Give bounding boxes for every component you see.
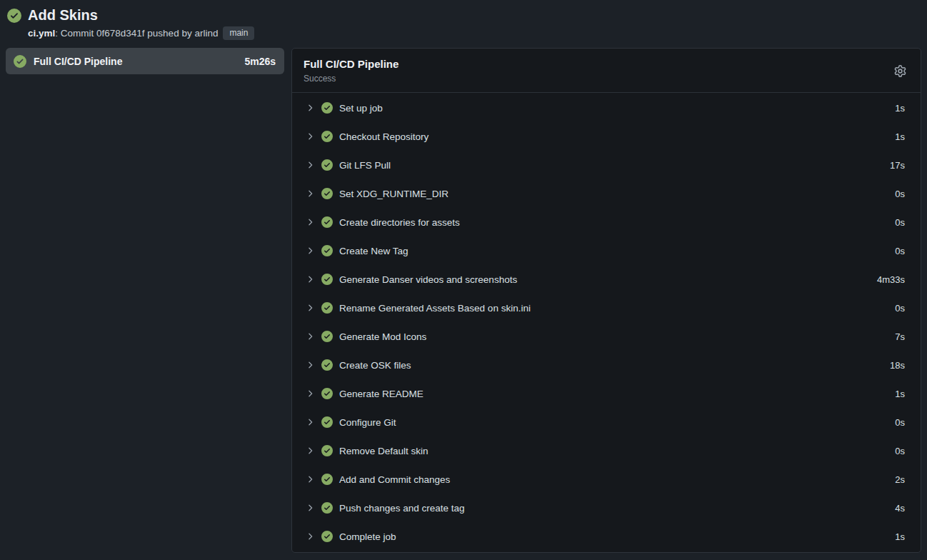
step-status-success-icon xyxy=(321,388,333,399)
step-name: Set XDG_RUNTIME_DIR xyxy=(339,189,449,199)
step-duration: 1s xyxy=(895,389,905,399)
step-name: Rename Generated Assets Based on skin.in… xyxy=(339,303,531,314)
chevron-right-icon[interactable] xyxy=(305,274,315,284)
chevron-right-icon[interactable] xyxy=(305,160,315,170)
job-status-success-icon xyxy=(14,55,26,68)
workflow-file-name: ci.yml xyxy=(28,28,55,39)
run-header: Add Skins ci.yml: Commit 0f678d341f push… xyxy=(6,4,921,48)
step-duration: 0s xyxy=(895,217,905,228)
step-row-10[interactable]: Create OSK files 18s xyxy=(292,351,921,379)
step-row-7[interactable]: Generate Danser videos and screenshots 4… xyxy=(292,265,921,294)
step-duration: 2s xyxy=(895,474,905,485)
chevron-right-icon[interactable] xyxy=(305,474,315,484)
step-row-3[interactable]: Git LFS Pull 17s xyxy=(292,151,921,179)
branch-badge[interactable]: main xyxy=(223,26,254,40)
step-duration: 18s xyxy=(890,360,905,371)
step-row-2[interactable]: Checkout Repository 1s xyxy=(292,122,921,151)
step-status-success-icon xyxy=(321,216,333,228)
job-panel-title: Full CI/CD Pipeline xyxy=(304,58,399,71)
commit-description: : Commit 0f678d341f pushed by arlind xyxy=(55,28,218,39)
step-name: Set up job xyxy=(339,103,383,114)
steps-list: Set up job 1s Checkout Repository 1s Git… xyxy=(292,93,921,553)
job-card-full-cicd-pipeline[interactable]: Full CI/CD Pipeline 5m26s xyxy=(6,48,284,74)
step-status-success-icon xyxy=(321,131,333,142)
step-status-success-icon xyxy=(321,502,333,514)
job-panel-header: Full CI/CD Pipeline Success xyxy=(292,49,921,93)
step-name: Push changes and create tag xyxy=(339,503,465,514)
job-duration: 5m26s xyxy=(244,56,276,67)
step-duration: 1s xyxy=(895,103,905,114)
job-name: Full CI/CD Pipeline xyxy=(34,56,237,67)
step-name: Generate Mod Icons xyxy=(339,331,426,342)
step-status-success-icon xyxy=(321,302,333,314)
step-name: Configure Git xyxy=(339,417,396,428)
chevron-right-icon[interactable] xyxy=(305,303,315,313)
step-name: Generate README xyxy=(339,389,424,399)
step-status-success-icon xyxy=(321,531,333,542)
step-row-14[interactable]: Add and Commit changes 2s xyxy=(292,465,921,494)
chevron-right-icon[interactable] xyxy=(305,331,315,341)
step-status-success-icon xyxy=(321,274,333,285)
run-body: Full CI/CD Pipeline 5m26s Full CI/CD Pip… xyxy=(6,48,921,553)
step-status-success-icon xyxy=(321,474,333,485)
step-row-13[interactable]: Remove Default skin 0s xyxy=(292,436,921,465)
step-name: Add and Commit changes xyxy=(339,474,450,485)
step-status-success-icon xyxy=(321,188,333,199)
step-duration: 0s xyxy=(895,417,905,428)
step-row-4[interactable]: Set XDG_RUNTIME_DIR 0s xyxy=(292,179,921,208)
chevron-right-icon[interactable] xyxy=(305,189,315,199)
step-status-success-icon xyxy=(321,331,333,342)
step-duration: 4s xyxy=(895,503,905,514)
step-row-16[interactable]: Complete job 1s xyxy=(292,522,921,551)
step-duration: 0s xyxy=(895,446,905,456)
job-detail-panel: Full CI/CD Pipeline Success Set up job 1… xyxy=(291,48,921,553)
chevron-right-icon[interactable] xyxy=(305,246,315,256)
step-name: Git LFS Pull xyxy=(339,160,391,171)
step-name: Create directories for assets xyxy=(339,217,460,228)
chevron-right-icon[interactable] xyxy=(305,389,315,399)
step-row-12[interactable]: Configure Git 0s xyxy=(292,408,921,436)
step-name: Checkout Repository xyxy=(339,131,429,142)
run-header-text: Add Skins ci.yml: Commit 0f678d341f push… xyxy=(28,6,254,40)
run-status-success-icon xyxy=(7,9,21,23)
chevron-right-icon[interactable] xyxy=(305,417,315,427)
step-duration: 17s xyxy=(890,160,905,171)
step-name: Remove Default skin xyxy=(339,446,429,456)
job-panel-header-text: Full CI/CD Pipeline Success xyxy=(304,58,399,84)
chevron-right-icon[interactable] xyxy=(305,531,315,541)
step-duration: 4m33s xyxy=(877,274,905,285)
chevron-right-icon[interactable] xyxy=(305,503,315,513)
step-duration: 0s xyxy=(895,189,905,199)
step-row-9[interactable]: Generate Mod Icons 7s xyxy=(292,322,921,351)
run-title: Add Skins xyxy=(28,6,254,24)
step-row-15[interactable]: Push changes and create tag 4s xyxy=(292,494,921,522)
step-duration: 0s xyxy=(895,303,905,314)
step-row-1[interactable]: Set up job 1s xyxy=(292,94,921,122)
step-duration: 0s xyxy=(895,246,905,256)
step-status-success-icon xyxy=(321,416,333,428)
step-row-8[interactable]: Rename Generated Assets Based on skin.in… xyxy=(292,294,921,322)
step-name: Create OSK files xyxy=(339,360,411,371)
step-name: Create New Tag xyxy=(339,246,409,256)
job-panel-status: Success xyxy=(304,74,399,84)
step-status-success-icon xyxy=(321,245,333,256)
gear-icon[interactable] xyxy=(891,62,909,80)
step-row-5[interactable]: Create directories for assets 0s xyxy=(292,208,921,236)
chevron-right-icon[interactable] xyxy=(305,131,315,141)
step-row-11[interactable]: Generate README 1s xyxy=(292,379,921,408)
chevron-right-icon[interactable] xyxy=(305,446,315,456)
commit-line: ci.yml: Commit 0f678d341f pushed by arli… xyxy=(28,26,254,40)
step-status-success-icon xyxy=(321,445,333,456)
chevron-right-icon[interactable] xyxy=(305,217,315,227)
step-status-success-icon xyxy=(321,159,333,171)
step-name: Generate Danser videos and screenshots xyxy=(339,274,517,285)
step-duration: 7s xyxy=(895,331,905,342)
workflow-run-page: Add Skins ci.yml: Commit 0f678d341f push… xyxy=(0,0,927,553)
step-status-success-icon xyxy=(321,102,333,114)
chevron-right-icon[interactable] xyxy=(305,103,315,113)
step-duration: 1s xyxy=(895,131,905,142)
chevron-right-icon[interactable] xyxy=(305,360,315,370)
step-status-success-icon xyxy=(321,359,333,371)
jobs-sidebar: Full CI/CD Pipeline 5m26s xyxy=(6,48,284,74)
step-row-6[interactable]: Create New Tag 0s xyxy=(292,236,921,265)
